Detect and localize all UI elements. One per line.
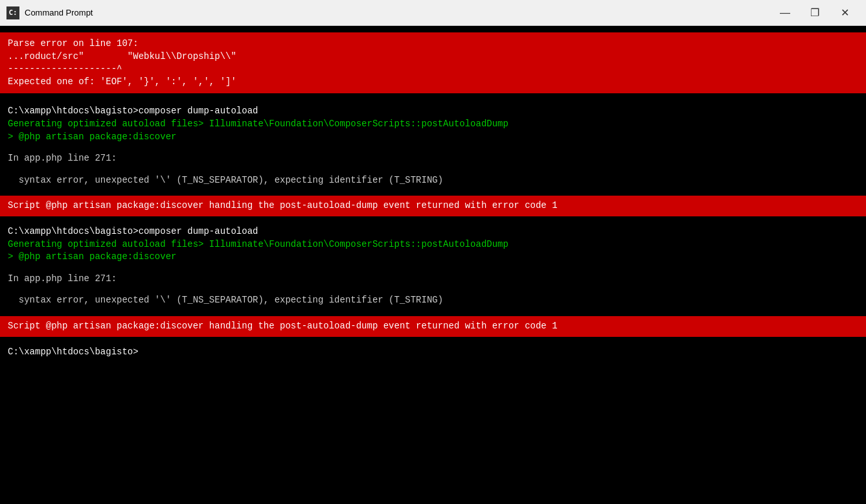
close-button[interactable]: ✕ — [830, 0, 860, 26]
app-php-line-2: In app.php line 271: — [8, 273, 858, 286]
green-line-3: Generating optimized autoload files> Ill… — [8, 238, 858, 251]
app-php-line-1: In app.php line 271: — [8, 152, 858, 165]
parse-error-line2: ...roduct/src" "Webkul\\Dropship\\" — [8, 51, 858, 63]
green-line-4: > @php artisan package:discover — [8, 251, 858, 264]
window-controls: — ❐ ✕ — [770, 0, 860, 26]
terminal-output: Parse error on line 107: ...roduct/src" … — [0, 26, 866, 504]
final-prompt: C:\xampp\htdocs\bagisto> — [8, 346, 858, 359]
green-line-1: Generating optimized autoload files> Ill… — [8, 118, 858, 131]
error-banner-2: Script @php artisan package:discover han… — [0, 316, 866, 337]
syntax-error-line-1: syntax error, unexpected '\' (T_NS_SEPAR… — [8, 174, 858, 187]
parse-error-line1: Parse error on line 107: — [8, 38, 858, 51]
window-title: Command Prompt — [25, 8, 770, 17]
app-icon-label: C: — [8, 8, 17, 17]
command-prompt-window: C: Command Prompt — ❐ ✕ Parse error on l… — [0, 0, 866, 504]
restore-button[interactable]: ❐ — [800, 0, 830, 26]
syntax-error-line-2: syntax error, unexpected '\' (T_NS_SEPAR… — [8, 294, 858, 307]
minimize-button[interactable]: — — [770, 0, 800, 26]
green-line-2: > @php artisan package:discover — [8, 131, 858, 144]
title-bar: C: Command Prompt — ❐ ✕ — [0, 0, 866, 26]
parse-error-line3: --------------------^ — [8, 63, 858, 76]
parse-error-block: Parse error on line 107: ...roduct/src" … — [0, 32, 866, 93]
error-banner-1: Script @php artisan package:discover han… — [0, 196, 866, 216]
prompt-line-2: C:\xampp\htdocs\bagisto>composer dump-au… — [8, 225, 858, 238]
app-icon: C: — [6, 6, 19, 19]
parse-error-line4: Expected one of: 'EOF', '}', ':', ',', '… — [8, 76, 858, 89]
prompt-line-1: C:\xampp\htdocs\bagisto>composer dump-au… — [8, 105, 858, 118]
